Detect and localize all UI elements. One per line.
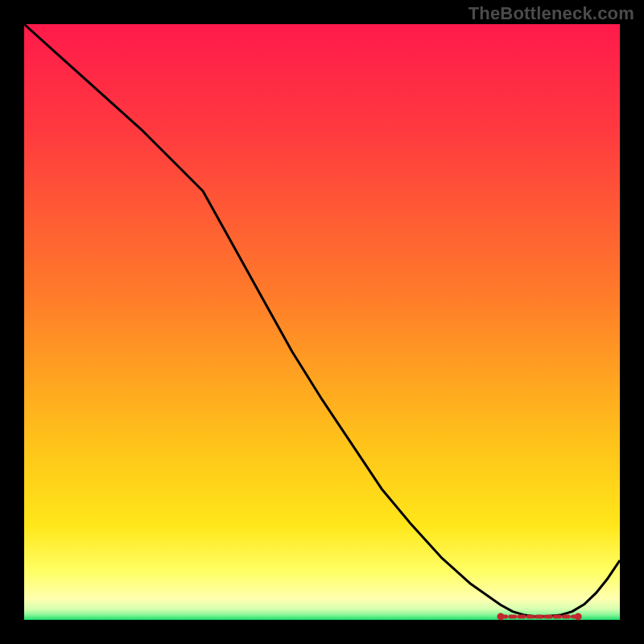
bottleneck-curve [24, 24, 620, 617]
watermark-text: TheBottleneck.com [469, 3, 634, 24]
chart-frame: TheBottleneck.com [0, 0, 644, 644]
optimal-range-marker [497, 613, 582, 620]
plot-area [24, 24, 620, 620]
chart-overlay [24, 24, 620, 620]
